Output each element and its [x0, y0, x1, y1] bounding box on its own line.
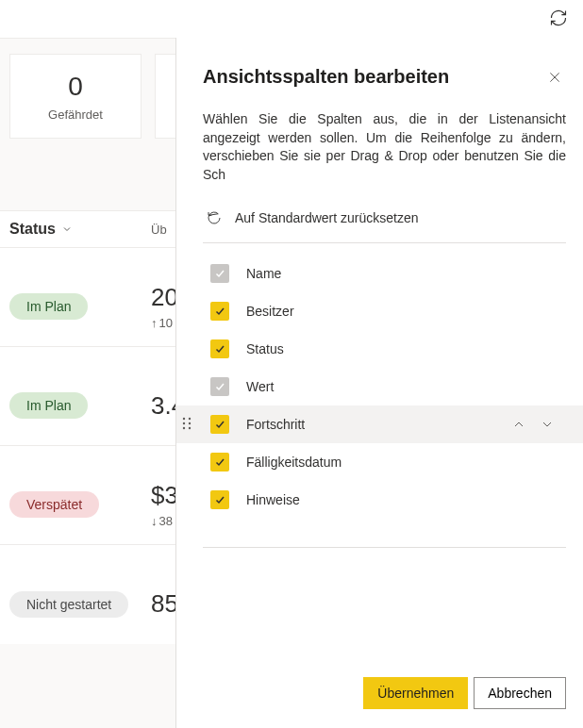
column-checkbox[interactable] — [210, 415, 229, 434]
column-item[interactable]: Hinweise — [203, 481, 566, 519]
column-item[interactable]: Status — [203, 330, 566, 368]
svg-point-2 — [183, 418, 185, 420]
card-label: Gefährdet — [48, 108, 103, 122]
status-badge: Verspätet — [9, 491, 99, 518]
status-column-label: Status — [9, 221, 56, 238]
column-checkbox[interactable] — [210, 302, 229, 321]
svg-point-6 — [183, 427, 185, 429]
column-label: Status — [246, 341, 558, 356]
column-label: Wert — [246, 379, 558, 394]
column-list: NameBesitzerStatusWertFortschrittFälligk… — [203, 255, 566, 519]
edit-columns-panel: Ansichtsspalten bearbeiten Wählen Sie di… — [175, 38, 583, 728]
reset-label: Auf Standardwert zurücksetzen — [235, 210, 419, 225]
summary-card: 0 Gefährdet — [9, 54, 142, 139]
column-item[interactable]: Fortschritt — [176, 405, 583, 443]
column-item[interactable]: Wert — [203, 368, 566, 405]
column-item[interactable]: Besitzer — [203, 292, 566, 330]
column-checkbox[interactable] — [210, 490, 229, 509]
status-column-header[interactable]: Status — [9, 221, 151, 238]
column-label: Name — [246, 266, 558, 281]
status-badge: Im Plan — [9, 392, 88, 419]
column-label: Fortschritt — [246, 417, 494, 432]
row-value: $3 — [151, 481, 178, 510]
apply-button[interactable]: Übernehmen — [363, 677, 468, 709]
refresh-icon[interactable] — [549, 8, 568, 30]
column-label: Besitzer — [246, 304, 558, 319]
svg-point-7 — [189, 427, 191, 429]
row-value: 85 — [151, 589, 178, 619]
chevron-down-icon — [61, 223, 73, 235]
column-checkbox[interactable] — [210, 339, 229, 358]
svg-point-5 — [189, 422, 191, 424]
row-value: 20 — [151, 283, 178, 312]
reset-defaults-button[interactable]: Auf Standardwert zurücksetzen — [203, 210, 566, 243]
status-badge: Nicht gestartet — [9, 591, 128, 618]
column-checkbox — [210, 264, 229, 283]
cancel-button[interactable]: Abbrechen — [474, 677, 566, 709]
column-label: Fälligkeitsdatum — [246, 455, 558, 470]
column-checkbox — [210, 377, 229, 396]
drag-handle-icon[interactable] — [182, 417, 192, 433]
svg-point-3 — [189, 418, 191, 420]
move-down-icon[interactable] — [540, 417, 555, 432]
column-item[interactable]: Name — [203, 255, 566, 292]
close-button[interactable] — [543, 66, 566, 91]
reset-icon — [207, 210, 222, 225]
panel-description: Wählen Sie die Spalten aus, die in der L… — [203, 110, 566, 184]
arrow-up-icon: ↑ — [151, 316, 158, 330]
svg-point-4 — [183, 422, 185, 424]
panel-title: Ansichtsspalten bearbeiten — [203, 66, 449, 88]
close-icon — [547, 70, 562, 85]
arrow-down-icon: ↓ — [151, 514, 158, 528]
row-delta: ↓38 — [151, 514, 178, 528]
move-up-icon[interactable] — [511, 417, 526, 432]
column-reorder-actions — [511, 417, 555, 432]
status-badge: Im Plan — [9, 293, 88, 320]
column-checkbox[interactable] — [210, 453, 229, 472]
column-label: Hinweise — [246, 492, 558, 507]
column-item[interactable]: Fälligkeitsdatum — [203, 443, 566, 481]
card-value: 0 — [68, 72, 83, 102]
row-delta: ↑10 — [151, 316, 178, 330]
